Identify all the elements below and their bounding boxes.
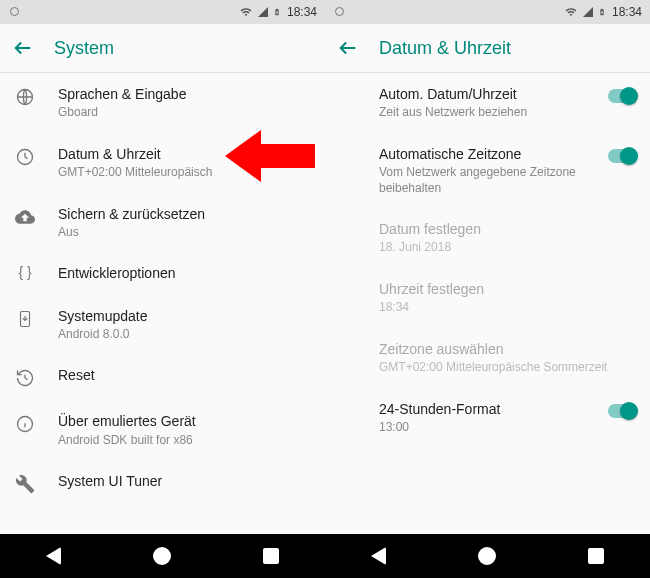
item-sublabel: Gboard <box>58 105 311 121</box>
statusbar-time: 18:34 <box>612 5 642 19</box>
annotation-arrow-icon <box>225 128 315 184</box>
item-label: Zeitzone auswählen <box>379 340 636 358</box>
item-label: Über emuliertes Gerät <box>58 412 311 430</box>
settings-list: Autom. Datum/UhrzeitZeit aus Netzwerk be… <box>325 73 650 534</box>
list-item-select-timezone: Zeitzone auswählenGMT+02:00 Mitteleuropä… <box>325 328 650 388</box>
back-button[interactable] <box>337 37 359 59</box>
signal-icon <box>582 6 594 18</box>
navbar <box>0 534 325 578</box>
info-icon <box>14 412 36 434</box>
toggle-switch[interactable] <box>608 89 636 103</box>
restore-icon <box>14 366 36 388</box>
item-label: Autom. Datum/Uhrzeit <box>379 85 598 103</box>
item-sublabel: Android SDK built for x86 <box>58 433 311 449</box>
list-item-set-time: Uhrzeit festlegen18:34 <box>325 268 650 328</box>
item-label: Reset <box>58 366 311 384</box>
battery-icon <box>598 6 606 18</box>
list-item-ui-tuner[interactable]: System UI Tuner <box>0 460 325 506</box>
list-item-auto-datetime[interactable]: Autom. Datum/UhrzeitZeit aus Netzwerk be… <box>325 73 650 133</box>
appbar: System <box>0 24 325 72</box>
toggle-switch[interactable] <box>608 404 636 418</box>
signal-icon <box>257 6 269 18</box>
appbar: Datum & Uhrzeit <box>325 24 650 72</box>
statusbar-dot-icon <box>10 7 19 16</box>
nav-recent-icon[interactable] <box>263 548 279 564</box>
item-label: Entwickleroptionen <box>58 264 311 282</box>
nav-back-icon[interactable] <box>46 547 61 565</box>
wifi-icon <box>564 6 578 18</box>
statusbar: 18:34 <box>0 0 325 24</box>
statusbar: 18:34 <box>325 0 650 24</box>
item-label: Sichern & zurücksetzen <box>58 205 311 223</box>
item-label: Automatische Zeitzone <box>379 145 598 163</box>
nav-home-icon[interactable] <box>478 547 496 565</box>
item-label: Datum festlegen <box>379 220 636 238</box>
item-sublabel: Zeit aus Netzwerk beziehen <box>379 105 598 121</box>
clock-icon <box>14 145 36 167</box>
phone-left: 18:34 System Sprachen & EingabeGboard Da… <box>0 0 325 578</box>
item-label: Sprachen & Eingabe <box>58 85 311 103</box>
item-sublabel: Aus <box>58 225 311 241</box>
navbar <box>325 534 650 578</box>
nav-home-icon[interactable] <box>153 547 171 565</box>
item-sublabel: GMT+02:00 Mitteleuropäische Sommerzeit <box>379 360 636 376</box>
list-item-update[interactable]: SystemupdateAndroid 8.0.0 <box>0 295 325 355</box>
item-label: System UI Tuner <box>58 472 311 490</box>
item-sublabel: 13:00 <box>379 420 598 436</box>
nav-recent-icon[interactable] <box>588 548 604 564</box>
list-item-reset[interactable]: Reset <box>0 354 325 400</box>
item-sublabel: Android 8.0.0 <box>58 327 311 343</box>
item-sublabel: Vom Netzwerk angegebene Zeitzone beibeha… <box>379 165 598 196</box>
item-label: Uhrzeit festlegen <box>379 280 636 298</box>
item-sublabel: 18. Juni 2018 <box>379 240 636 256</box>
list-item-24h-format[interactable]: 24-Stunden-Format13:00 <box>325 388 650 448</box>
list-item-backup[interactable]: Sichern & zurücksetzenAus <box>0 193 325 253</box>
wifi-icon <box>239 6 253 18</box>
back-button[interactable] <box>12 37 34 59</box>
wrench-icon <box>14 472 36 494</box>
system-update-icon <box>14 307 36 329</box>
globe-icon <box>14 85 36 107</box>
list-item-set-date: Datum festlegen18. Juni 2018 <box>325 208 650 268</box>
nav-back-icon[interactable] <box>371 547 386 565</box>
list-item-about[interactable]: Über emuliertes GerätAndroid SDK built f… <box>0 400 325 460</box>
list-item-developer[interactable]: { } Entwickleroptionen <box>0 252 325 294</box>
item-sublabel: 18:34 <box>379 300 636 316</box>
item-label: 24-Stunden-Format <box>379 400 598 418</box>
toggle-switch[interactable] <box>608 149 636 163</box>
page-title: Datum & Uhrzeit <box>379 38 511 59</box>
statusbar-dot-icon <box>335 7 344 16</box>
page-title: System <box>54 38 114 59</box>
battery-icon <box>273 6 281 18</box>
list-item-languages[interactable]: Sprachen & EingabeGboard <box>0 73 325 133</box>
list-item-auto-timezone[interactable]: Automatische ZeitzoneVom Netzwerk angege… <box>325 133 650 208</box>
phone-right: 18:34 Datum & Uhrzeit Autom. Datum/Uhrze… <box>325 0 650 578</box>
cloud-upload-icon <box>14 205 36 227</box>
braces-icon: { } <box>14 264 36 280</box>
item-label: Systemupdate <box>58 307 311 325</box>
statusbar-time: 18:34 <box>287 5 317 19</box>
